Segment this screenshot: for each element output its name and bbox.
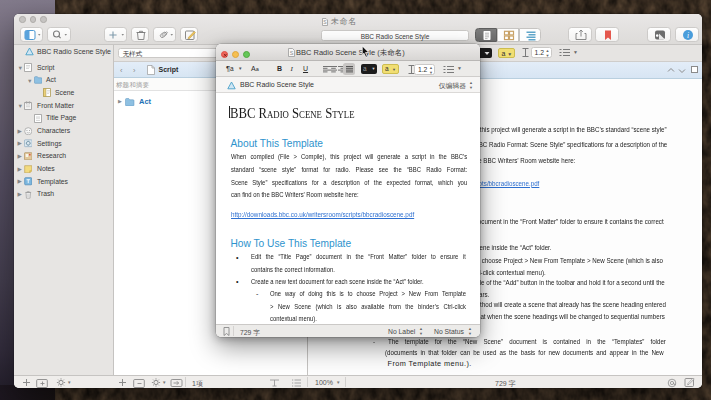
svg-text:S: S (289, 50, 293, 56)
svg-text:i: i (686, 30, 688, 39)
